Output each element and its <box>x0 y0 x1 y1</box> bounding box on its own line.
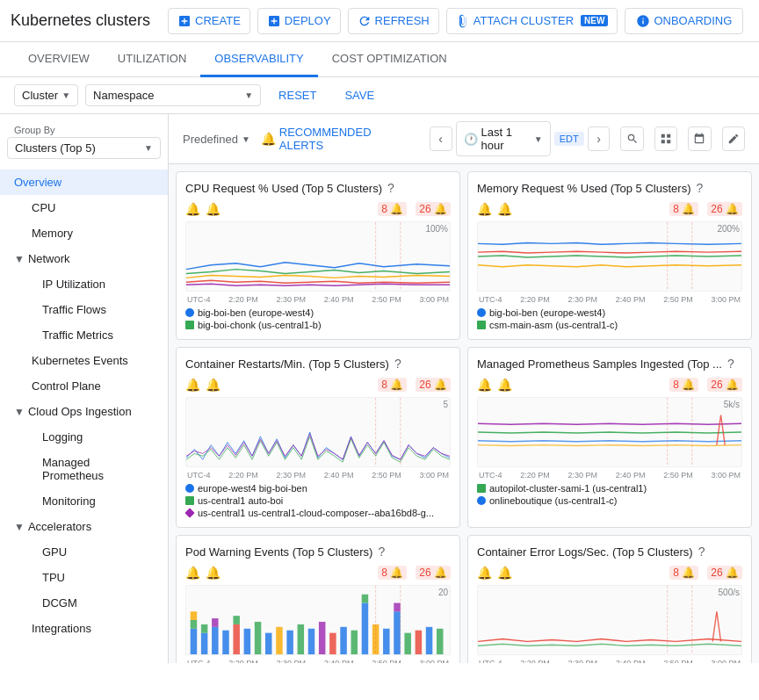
onboarding-button[interactable]: ONBOARDING <box>625 8 743 34</box>
sidebar-item-cloud-ops[interactable]: ▼ Cloud Ops Ingestion <box>0 399 168 424</box>
svg-rect-19 <box>255 622 262 654</box>
svg-rect-33 <box>394 611 401 654</box>
svg-rect-18 <box>244 629 251 654</box>
sidebar-item-monitoring[interactable]: Monitoring <box>0 488 168 514</box>
svg-rect-29 <box>362 603 369 655</box>
namespace-filter[interactable]: Namespace ▼ <box>85 84 261 106</box>
sidebar-item-traffic-metrics[interactable]: Traffic Metrics <box>0 322 168 348</box>
cpu-chart-area: 100% <box>185 221 451 292</box>
legend-dot <box>185 308 194 317</box>
timezone-badge: EDT <box>554 132 584 146</box>
sidebar-item-traffic-flows[interactable]: Traffic Flows <box>0 297 168 322</box>
legend-item: us-central1 auto-boi <box>185 495 451 506</box>
restarts-alert-row: 🔔 🔔 8 🔔 26 🔔 <box>185 378 451 392</box>
grid-view-button[interactable] <box>654 126 677 151</box>
tab-observability[interactable]: OBSERVABILITY <box>200 42 317 77</box>
sidebar-item-integrations[interactable]: Integrations <box>0 616 168 641</box>
sidebar-item-accelerators[interactable]: ▼ Accelerators <box>0 514 168 539</box>
prometheus-help-icon[interactable]: ? <box>727 357 734 371</box>
memory-help-icon[interactable]: ? <box>696 181 703 195</box>
chart-memory-request: Memory Request % Used (Top 5 Clusters) ?… <box>467 171 752 340</box>
recommended-alerts-button[interactable]: 🔔 RECOMMENDED ALERTS <box>261 126 408 152</box>
time-prev-button[interactable]: ‹ <box>430 126 452 151</box>
error-logs-help-icon[interactable]: ? <box>698 545 705 559</box>
svg-rect-13 <box>212 627 219 654</box>
legend-item: big-boi-ben (europe-west4) <box>477 307 742 318</box>
alert-bell-1: 🔔 <box>185 378 200 392</box>
cluster-filter[interactable]: Cluster ▼ <box>14 84 78 106</box>
search-icon <box>626 133 639 145</box>
alert-bell-2: 🔔 <box>206 378 220 392</box>
legend-item: big-boi-chonk (us-central1-b) <box>185 320 451 330</box>
edit-button[interactable] <box>722 126 745 151</box>
alert-bell-2: 🔔 <box>497 378 512 392</box>
chart-memory-title: Memory Request % Used (Top 5 Clusters) ? <box>477 181 742 195</box>
sidebar-item-tpu[interactable]: TPU <box>0 565 168 590</box>
sidebar-item-kubernetes-events[interactable]: Kubernetes Events <box>0 348 168 373</box>
restarts-chart-area: 5 <box>185 397 451 467</box>
save-button[interactable]: SAVE <box>334 85 385 105</box>
deploy-icon <box>267 14 281 28</box>
prometheus-alert-row: 🔔 🔔 8 🔔 26 🔔 <box>477 378 742 392</box>
group-by-select[interactable]: Clusters (Top 5) ▼ <box>7 137 161 159</box>
cpu-alert-row: 🔔 🔔 8 🔔 26 🔔 <box>185 202 451 216</box>
tab-utilization[interactable]: UTILIZATION <box>104 42 200 77</box>
network-expand-icon: ▼ <box>14 253 25 265</box>
tab-cost-optimization[interactable]: COST OPTIMIZATION <box>318 42 461 77</box>
error-logs-alert-row: 🔔 🔔 8 🔔 26 🔔 <box>477 566 742 580</box>
chart-error-logs-title: Container Error Logs/Sec. (Top 5 Cluster… <box>477 545 742 559</box>
error-logs-chart-area: 500/s <box>477 585 742 655</box>
alert-num-26: 26 🔔 <box>416 566 451 580</box>
chart-cpu-title: CPU Request % Used (Top 5 Clusters) ? <box>185 181 451 195</box>
sidebar-item-logging[interactable]: Logging <box>0 424 168 450</box>
sidebar-item-overview[interactable]: Overview <box>0 170 168 195</box>
group-by-chevron: ▼ <box>144 143 153 153</box>
restarts-legend: europe-west4 big-boi-ben us-central1 aut… <box>185 483 451 518</box>
tabs-bar: OVERVIEW UTILIZATION OBSERVABILITY COST … <box>0 42 759 77</box>
chart-pod-title: Pod Warning Events (Top 5 Clusters) ? <box>185 545 451 559</box>
svg-rect-21 <box>276 627 283 654</box>
alert-num-8: 8 🔔 <box>669 566 698 580</box>
calendar-button[interactable] <box>688 126 711 151</box>
predefined-dropdown[interactable]: Predefined ▼ <box>183 133 250 146</box>
legend-item: europe-west4 big-boi-ben <box>185 483 451 494</box>
prometheus-legend: autopilot-cluster-sami-1 (us-central1) o… <box>477 483 742 506</box>
svg-rect-26 <box>329 633 336 654</box>
pod-help-icon[interactable]: ? <box>378 545 385 559</box>
alert-num-8: 8 🔔 <box>669 378 698 392</box>
sidebar-item-network[interactable]: ▼ Network <box>0 246 168 271</box>
sidebar-item-control-plane[interactable]: Control Plane <box>0 373 168 399</box>
pod-chart-area: 20 <box>185 585 451 655</box>
svg-rect-32 <box>383 629 390 654</box>
charts-grid: CPU Request % Used (Top 5 Clusters) ? 🔔 … <box>169 164 759 663</box>
tab-overview[interactable]: OVERVIEW <box>14 42 104 77</box>
svg-rect-24 <box>308 629 315 654</box>
sidebar-item-dcgm[interactable]: DCGM <box>0 590 168 616</box>
legend-dot <box>185 321 194 329</box>
svg-rect-8 <box>191 629 198 654</box>
legend-item: autopilot-cluster-sami-1 (us-central1) <box>477 483 742 494</box>
pod-alert-row: 🔔 🔔 8 🔔 26 🔔 <box>185 566 451 580</box>
restarts-help-icon[interactable]: ? <box>394 357 401 371</box>
cluster-filter-chevron: ▼ <box>61 90 70 100</box>
search-button[interactable] <box>620 126 643 151</box>
sidebar-item-managed-prometheus[interactable]: Managed Prometheus <box>0 450 168 488</box>
create-button[interactable]: CREATE <box>168 8 250 34</box>
attach-cluster-button[interactable]: ATTACH CLUSTER NEW <box>446 8 618 34</box>
legend-item: big-boi-ben (europe-west4) <box>185 307 451 318</box>
alert-num-26: 26 🔔 <box>707 566 742 580</box>
svg-rect-23 <box>298 624 305 654</box>
refresh-button[interactable]: REFRESH <box>348 8 439 34</box>
deploy-button[interactable]: DEPLOY <box>257 8 341 34</box>
sidebar-item-gpu[interactable]: GPU <box>0 539 168 565</box>
cpu-help-icon[interactable]: ? <box>387 181 394 195</box>
cpu-legend: big-boi-ben (europe-west4) big-boi-chonk… <box>185 307 451 330</box>
sidebar-item-cpu[interactable]: CPU <box>0 195 168 220</box>
svg-rect-9 <box>191 620 198 629</box>
sidebar-item-ip-utilization[interactable]: IP Utilization <box>0 271 168 297</box>
time-range-button[interactable]: 🕐 Last 1 hour ▼ <box>456 121 551 156</box>
sidebar-item-memory[interactable]: Memory <box>0 220 168 246</box>
reset-button[interactable]: RESET <box>268 85 327 105</box>
time-next-button[interactable]: › <box>588 126 611 151</box>
create-icon <box>177 14 192 28</box>
